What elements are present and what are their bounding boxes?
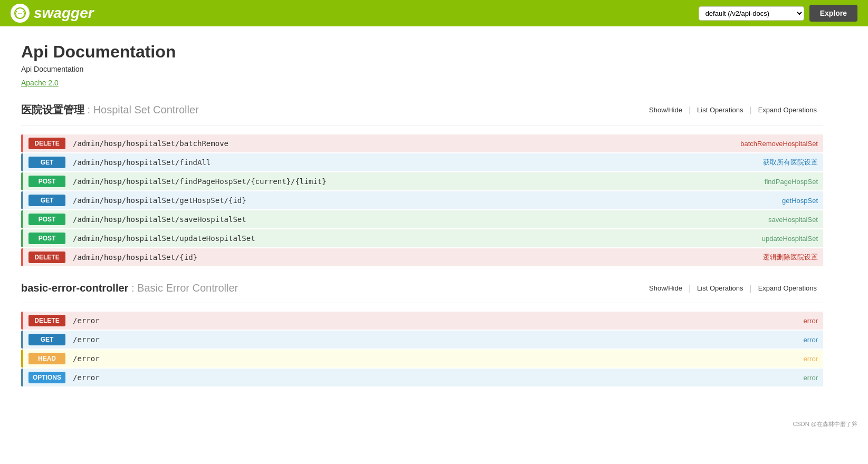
svg-text:{↔}: {↔} — [15, 10, 25, 16]
swagger-icon: {↔} — [11, 4, 30, 23]
endpoint-desc: saveHospitalSet — [758, 216, 818, 224]
method-badge: POST — [28, 233, 65, 244]
endpoint-path: /error — [73, 373, 793, 382]
endpoint-desc: 逻辑删除医院设置 — [752, 253, 818, 262]
expand-operations-link[interactable]: Expand Operations — [752, 106, 823, 114]
method-badge: DELETE — [28, 138, 65, 149]
method-badge: GET — [28, 334, 65, 345]
controller-header-hospital-set-controller: 医院设置管理 : Hospital Set Controller Show/Hi… — [21, 103, 823, 121]
list-operations-link[interactable]: List Operations — [691, 106, 749, 114]
endpoint-path: /admin/hosp/hospitalSet/findAll — [73, 158, 752, 167]
show-hide-link[interactable]: Show/Hide — [643, 284, 689, 292]
header-left: {↔} swagger — [11, 4, 94, 23]
controller-title-basic-error-controller: basic-error-controller : Basic Error Con… — [21, 282, 238, 294]
endpoint-row[interactable]: DELETE/errorerror — [21, 312, 823, 330]
endpoint-row[interactable]: HEAD/errorerror — [21, 350, 823, 368]
endpoint-desc: findPageHospSet — [754, 178, 818, 186]
api-subtitle: Api Documentation — [21, 65, 823, 73]
show-hide-link[interactable]: Show/Hide — [643, 106, 689, 114]
header: {↔} swagger default (/v2/api-docs) Explo… — [0, 0, 868, 26]
api-title: Api Documentation — [21, 42, 823, 62]
controller-title-colon: : Basic Error Controller — [128, 282, 238, 294]
list-operations-link[interactable]: List Operations — [691, 284, 749, 292]
endpoint-path: /error — [73, 335, 793, 344]
method-badge: POST — [28, 214, 65, 225]
license-link[interactable]: Apache 2.0 — [21, 79, 59, 87]
explore-button[interactable]: Explore — [809, 5, 857, 22]
endpoint-desc: error — [793, 336, 818, 344]
endpoint-row[interactable]: GET/errorerror — [21, 331, 823, 349]
endpoint-desc: updateHospitalSet — [751, 235, 818, 243]
method-badge: OPTIONS — [28, 372, 65, 383]
controller-actions-basic-error-controller: Show/Hide | List Operations | Expand Ope… — [643, 284, 823, 293]
endpoint-desc: 获取所有医院设置 — [752, 158, 818, 167]
footer-watermark: CSDN @在森林中磨了斧 — [0, 418, 868, 430]
endpoint-path: /admin/hosp/hospitalSet/updateHospitalSe… — [73, 234, 751, 243]
controller-section-basic-error-controller: basic-error-controller : Basic Error Con… — [21, 282, 823, 386]
endpoint-path: /admin/hosp/hospitalSet/findPageHospSet/… — [73, 177, 754, 186]
endpoint-path: /error — [73, 354, 793, 363]
controller-actions-hospital-set-controller: Show/Hide | List Operations | Expand Ope… — [643, 105, 823, 115]
endpoint-desc: getHospSet — [771, 197, 818, 205]
endpoint-row[interactable]: GET/admin/hosp/hospitalSet/findAll获取所有医院… — [21, 153, 823, 171]
controller-header-basic-error-controller: basic-error-controller : Basic Error Con… — [21, 282, 823, 298]
expand-operations-link[interactable]: Expand Operations — [752, 284, 823, 292]
controllers-container: 医院设置管理 : Hospital Set Controller Show/Hi… — [21, 103, 823, 386]
method-badge: DELETE — [28, 315, 65, 326]
section-divider — [21, 303, 823, 303]
method-badge: GET — [28, 195, 65, 206]
method-badge: HEAD — [28, 353, 65, 364]
swagger-logo: {↔} swagger — [11, 4, 94, 23]
method-badge: POST — [28, 176, 65, 187]
swagger-brand-text: swagger — [34, 5, 94, 22]
main-content: Api Documentation Api Documentation Apac… — [0, 26, 844, 418]
endpoint-row[interactable]: DELETE/admin/hosp/hospitalSet/{id}逻辑删除医院… — [21, 248, 823, 266]
endpoint-desc: error — [793, 374, 818, 382]
controller-section-hospital-set-controller: 医院设置管理 : Hospital Set Controller Show/Hi… — [21, 103, 823, 266]
method-badge: DELETE — [28, 252, 65, 263]
controller-title-colon: : Hospital Set Controller — [84, 104, 199, 115]
controller-title-hospital-set-controller: 医院设置管理 : Hospital Set Controller — [21, 103, 199, 117]
endpoint-desc: error — [793, 317, 818, 325]
api-url-select[interactable]: default (/v2/api-docs) — [699, 6, 804, 21]
endpoint-row[interactable]: POST/admin/hosp/hospitalSet/saveHospital… — [21, 210, 823, 228]
controller-title-bold: 医院设置管理 — [21, 104, 84, 115]
endpoint-row[interactable]: OPTIONS/errorerror — [21, 369, 823, 386]
endpoint-row[interactable]: GET/admin/hosp/hospitalSet/getHospSet/{i… — [21, 191, 823, 209]
endpoint-path: /admin/hosp/hospitalSet/batchRemove — [73, 139, 730, 148]
header-right: default (/v2/api-docs) Explore — [699, 5, 857, 22]
controller-title-bold: basic-error-controller — [21, 282, 128, 294]
endpoint-path: /admin/hosp/hospitalSet/{id} — [73, 253, 752, 262]
method-badge: GET — [28, 157, 65, 168]
endpoint-path: /error — [73, 316, 793, 325]
endpoint-desc: error — [793, 355, 818, 363]
endpoint-path: /admin/hosp/hospitalSet/getHospSet/{id} — [73, 196, 771, 205]
endpoint-row[interactable]: POST/admin/hosp/hospitalSet/updateHospit… — [21, 229, 823, 247]
endpoint-row[interactable]: POST/admin/hosp/hospitalSet/findPageHosp… — [21, 172, 823, 190]
endpoint-row[interactable]: DELETE/admin/hosp/hospitalSet/batchRemov… — [21, 134, 823, 152]
section-divider — [21, 125, 823, 126]
endpoint-path: /admin/hosp/hospitalSet/saveHospitalSet — [73, 215, 758, 224]
endpoint-desc: batchRemoveHospitalSet — [730, 140, 818, 148]
